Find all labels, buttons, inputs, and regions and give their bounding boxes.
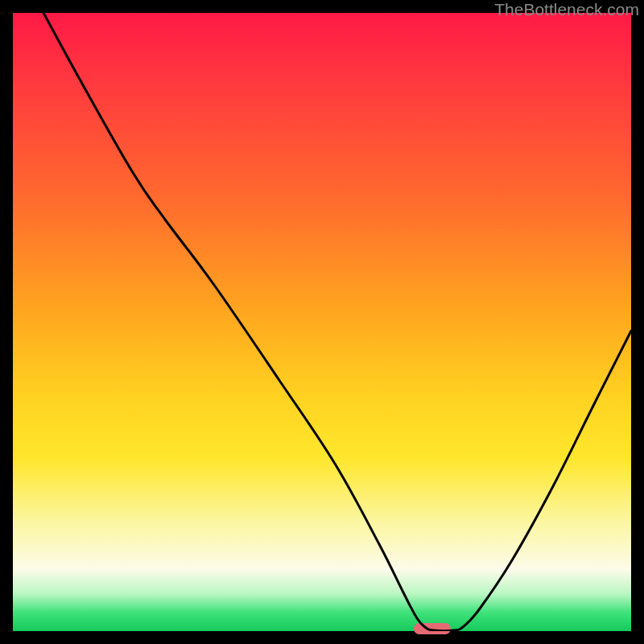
- watermark-text: TheBottleneck.com: [494, 0, 639, 19]
- chart-frame: [11, 11, 633, 633]
- curve-path: [43, 13, 631, 631]
- bottleneck-curve: [13, 13, 631, 631]
